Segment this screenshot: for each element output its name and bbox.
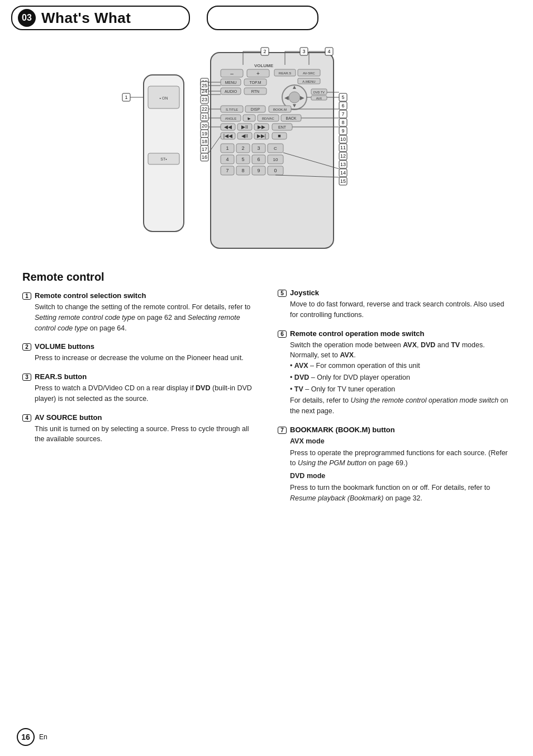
item-1-body: Switch to change the setting of the remo…	[22, 302, 255, 333]
item-7-dvd-heading: DVD mode	[290, 471, 511, 481]
svg-text:▼: ▼	[292, 102, 297, 108]
svg-text:▶: ▶	[300, 94, 304, 101]
remote-diagram-area: • ON ST• 1 VOLUME – + REAR.S AV-SRC 2	[0, 30, 533, 265]
svg-text:20: 20	[202, 123, 207, 129]
svg-text:AV-SRC: AV-SRC	[303, 72, 316, 75]
svg-text:4: 4	[327, 49, 330, 54]
svg-text:8: 8	[341, 120, 344, 125]
svg-text:◀: ◀	[284, 94, 289, 101]
item-7-body: AVX mode Press to operate the preprogram…	[278, 436, 511, 504]
item-5-title: Joystick	[290, 289, 319, 297]
svg-text:|◀◀: |◀◀	[223, 133, 232, 139]
section-number: 03	[18, 9, 36, 27]
svg-text:VOLUME: VOLUME	[254, 63, 274, 68]
content-area: Remote control 1 Remote control selectio…	[0, 265, 533, 529]
header-right-decoration	[207, 6, 318, 30]
svg-text:13: 13	[340, 162, 346, 167]
item-6-num: 6	[278, 330, 287, 338]
item-3-title-row: 3 REAR.S button	[22, 372, 255, 381]
svg-text:8: 8	[241, 168, 244, 173]
svg-text:16: 16	[202, 154, 207, 160]
item-2-body: Press to increase or decrease the volume…	[22, 353, 255, 363]
svg-text:▶▶|: ▶▶|	[257, 133, 266, 139]
remote-diagram-svg: • ON ST• 1 VOLUME – + REAR.S AV-SRC 2	[99, 41, 434, 265]
svg-text:5: 5	[241, 157, 244, 162]
svg-text:7: 7	[226, 168, 229, 173]
svg-text:9: 9	[341, 128, 344, 134]
svg-text:▲: ▲	[292, 84, 297, 90]
svg-text:A.MENU: A.MENU	[302, 80, 315, 83]
item-6-list-avx: AVX – For common operation of this unit	[290, 361, 511, 371]
item-6-list: AVX – For common operation of this unit …	[290, 361, 511, 394]
item-2: 2 VOLUME buttons Press to increase or de…	[22, 342, 255, 363]
svg-text:3: 3	[302, 49, 305, 54]
item-3-title: REAR.S button	[35, 372, 87, 381]
svg-text:1: 1	[125, 94, 127, 100]
svg-text:AVX: AVX	[316, 97, 322, 100]
svg-text:AUDIO: AUDIO	[225, 89, 237, 93]
svg-text:DISP: DISP	[251, 107, 260, 111]
page-title: What's What	[41, 10, 131, 27]
svg-text:RTN: RTN	[251, 89, 259, 93]
page-header: 03 What's What	[0, 0, 533, 30]
item-2-title: VOLUME buttons	[35, 342, 94, 351]
svg-text:25: 25	[202, 83, 207, 88]
svg-text:14: 14	[340, 170, 346, 176]
item-7: 7 BOOKMARK (BOOK.M) button AVX mode Pres…	[278, 426, 511, 504]
item-2-title-row: 2 VOLUME buttons	[22, 342, 255, 351]
svg-text:TOP.M: TOP.M	[249, 81, 261, 84]
remote-control-heading: Remote control	[22, 271, 255, 284]
item-4-title: AV SOURCE button	[35, 413, 102, 422]
item-4-num: 4	[22, 414, 31, 422]
item-1-num: 1	[22, 292, 31, 300]
item-6-list-tv: TV – Only for TV tuner operation	[290, 384, 511, 395]
item-7-num: 7	[278, 427, 287, 434]
item-7-avx-heading: AVX mode	[290, 436, 511, 447]
left-column: Remote control 1 Remote control selectio…	[22, 271, 255, 512]
svg-text:MENU: MENU	[225, 81, 237, 84]
svg-text:BD/VAC: BD/VAC	[262, 117, 275, 120]
footer-lang: En	[39, 733, 47, 741]
item-3-num: 3	[22, 374, 31, 381]
item-1: 1 Remote control selection switch Switch…	[22, 291, 255, 333]
item-6-body: Switch the operation mode between AVX, D…	[278, 340, 511, 417]
svg-text:7: 7	[341, 111, 344, 117]
item-3-body: Press to watch a DVD/Video CD on a rear …	[22, 383, 255, 404]
svg-text:C: C	[274, 146, 277, 151]
item-7-title: BOOKMARK (BOOK.M) button	[290, 426, 395, 434]
page-number: 16	[17, 728, 35, 746]
svg-text:◀◀: ◀◀	[224, 124, 232, 130]
item-5: 5 Joystick Move to do fast forward, reve…	[278, 289, 511, 320]
item-7-title-row: 7 BOOKMARK (BOOK.M) button	[278, 426, 511, 434]
svg-text:▶▶: ▶▶	[258, 124, 265, 130]
section-title-box: 03 What's What	[11, 6, 190, 30]
item-6-title: Remote control operation mode switch	[290, 329, 425, 338]
item-4: 4 AV SOURCE button This unit is turned o…	[22, 413, 255, 445]
svg-text:◀II: ◀II	[241, 133, 248, 139]
svg-text:I▶: I▶	[248, 117, 251, 120]
svg-text:19: 19	[202, 131, 207, 136]
svg-text:S.TITLE: S.TITLE	[226, 108, 238, 111]
item-6-title-row: 6 Remote control operation mode switch	[278, 329, 511, 338]
svg-text:■: ■	[278, 133, 280, 139]
svg-text:9: 9	[257, 168, 260, 173]
svg-text:22: 22	[202, 106, 207, 112]
svg-text:ST•: ST•	[160, 157, 167, 161]
svg-text:2: 2	[241, 145, 244, 151]
svg-text:21: 21	[202, 114, 207, 120]
svg-text:▶II: ▶II	[241, 124, 248, 130]
page-footer: 16 En	[17, 728, 47, 746]
svg-text:ANGLE: ANGLE	[225, 117, 236, 120]
item-4-body: This unit is turned on by selecting a so…	[22, 424, 255, 445]
item-1-title: Remote control selection switch	[35, 291, 146, 300]
svg-text:4: 4	[226, 157, 229, 162]
svg-text:11: 11	[340, 145, 346, 150]
svg-text:+: +	[256, 70, 260, 77]
svg-text:3: 3	[257, 145, 260, 151]
svg-text:2: 2	[263, 49, 266, 54]
svg-text:23: 23	[202, 97, 207, 102]
svg-text:REAR.S: REAR.S	[279, 72, 291, 75]
item-1-title-row: 1 Remote control selection switch	[22, 291, 255, 300]
svg-point-51	[289, 92, 300, 103]
svg-text:18: 18	[202, 139, 207, 144]
